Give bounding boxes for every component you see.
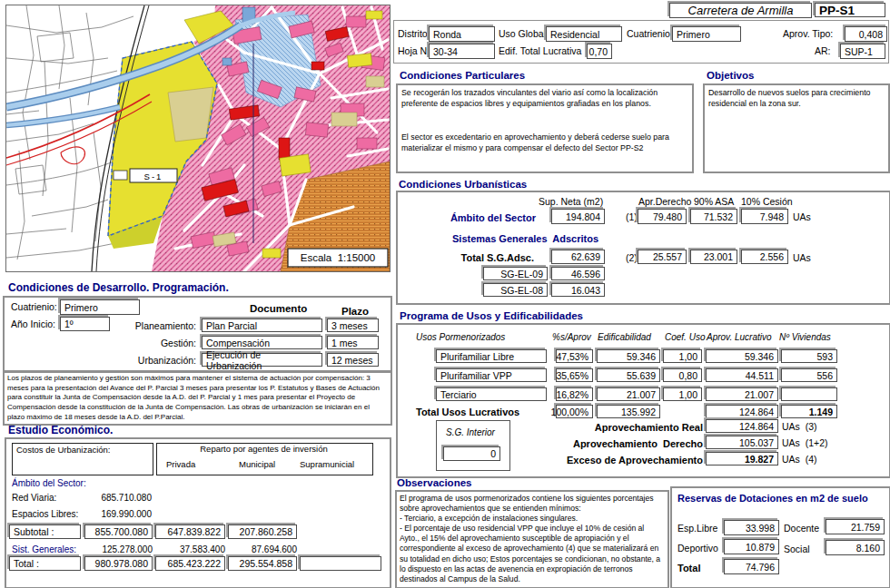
uso-row-viv[interactable]: [781, 387, 837, 401]
social-value: 8.160: [856, 543, 880, 554]
deportivo-value: 10.879: [746, 542, 775, 553]
col-sup-neta: Sup. Neta (m2): [539, 197, 603, 208]
sg-el-09-code-field[interactable]: SG-EL-09: [483, 267, 548, 280]
hoja-field[interactable]: 30-34: [429, 44, 495, 59]
uso-row-viv[interactable]: 593: [781, 349, 837, 363]
uso-row-edif[interactable]: 59.346: [597, 349, 660, 363]
estudio-total-municipal: 295.554.858: [240, 558, 292, 569]
total-aprov-field[interactable]: 124.864: [706, 405, 778, 418]
subtotal-municipal-field[interactable]: 207.860.258: [228, 524, 297, 539]
uso-row-pct[interactable]: 47,53%: [556, 349, 593, 363]
sg-interior-label: S.G. Interior: [446, 427, 495, 437]
uso-row-edif[interactable]: 21.007: [597, 387, 660, 401]
sg-apr-derecho-field[interactable]: 25.557: [638, 250, 687, 264]
estudio-total-supra-field[interactable]: [300, 556, 381, 571]
ambito-asa-field[interactable]: 71.532: [690, 209, 737, 224]
uso-row-edif[interactable]: 55.639: [597, 368, 660, 382]
urbanizacion-doc-field[interactable]: Ejecución de Urbanización: [202, 353, 322, 367]
aprov-real-field[interactable]: 124.864: [706, 419, 778, 433]
sg-asa: 23.001: [704, 251, 733, 262]
sg-cesion-field[interactable]: 2.556: [741, 250, 788, 264]
total-sg-sup-neta: 62.639: [571, 251, 600, 262]
planeamiento-plazo-field[interactable]: 3 meses: [327, 318, 379, 332]
cuatrienio-value: Primero: [677, 29, 710, 40]
reservas-total-field[interactable]: 74.796: [724, 559, 779, 574]
edif-total-field[interactable]: 0,70: [587, 44, 612, 59]
sg-el-08-code-field[interactable]: SG-EL-08: [483, 283, 548, 297]
desarrollo-cuatrienio-field[interactable]: Primero: [60, 299, 140, 315]
estudio-total-privada-field[interactable]: 685.423.222: [155, 556, 225, 571]
estudio-total-municipal-field[interactable]: 295.554.858: [228, 556, 297, 571]
uso-row-coef[interactable]: 1,00: [663, 349, 702, 363]
sg-interior-field[interactable]: 0: [443, 446, 500, 461]
uso-pct: 35,65%: [556, 370, 588, 381]
subtotal-municipal: 207.860.258: [240, 526, 292, 537]
ambito-sup-neta-field[interactable]: 194.804: [551, 209, 605, 224]
aprov-tipo-label: Aprov. Tipo:: [783, 29, 833, 40]
uso-viv: 556: [816, 370, 833, 381]
ambito-cesion-field[interactable]: 7.948: [741, 209, 788, 224]
urbanizacion-plazo-field[interactable]: 12 meses: [327, 353, 379, 367]
subtotal-total-field[interactable]: 855.700.080: [84, 524, 153, 539]
deportivo-field[interactable]: 10.879: [724, 539, 779, 554]
uso-row-aprov[interactable]: 21.007: [706, 387, 778, 401]
planeamiento-plazo: 3 meses: [331, 320, 368, 331]
aprov-tipo-field[interactable]: 0,408: [845, 26, 887, 42]
total-pct-field[interactable]: 100,00%: [556, 405, 593, 418]
uso-row-coef[interactable]: 0,80: [663, 368, 702, 382]
uso-coef: 1,00: [679, 351, 697, 362]
distrito-field[interactable]: Ronda: [429, 26, 495, 42]
social-label: Social: [784, 544, 810, 555]
social-field[interactable]: 8.160: [826, 540, 885, 555]
gestion-doc-field[interactable]: Compensación: [202, 336, 322, 349]
particulares-p2: El sector es excedentario en aprovechami…: [401, 132, 683, 153]
uso-edif: 55.639: [627, 370, 656, 381]
uso-aprov: 59.346: [745, 351, 774, 362]
sg-interior-value: 0: [490, 448, 496, 459]
exceso-unit: UAs (4): [782, 455, 817, 466]
uso-row-pct[interactable]: 16,82%: [556, 387, 593, 401]
ambito-apr-derecho-field[interactable]: 79.480: [638, 209, 687, 224]
ambito-sector-label: Ámbito del Sector: [418, 212, 536, 223]
sist-generales-municipal: 87.694.600: [228, 544, 297, 554]
uso-row-name[interactable]: Plurifamiliar VPP: [436, 368, 547, 382]
esp-libre-field[interactable]: 33.998: [724, 520, 779, 535]
uso-pct: 16,82%: [556, 389, 588, 400]
planeamiento-label: Planeamiento:: [127, 321, 196, 332]
uso-aprov: 44.511: [746, 370, 774, 381]
sg-el-09-value-field[interactable]: 46.596: [551, 267, 605, 280]
planeamiento-doc-field[interactable]: Plan Parcial: [202, 318, 322, 332]
cuatrienio-field[interactable]: Primero: [672, 26, 741, 42]
exceso-field[interactable]: 19.827: [706, 452, 778, 466]
uso-row-aprov[interactable]: 59.346: [706, 349, 778, 363]
total-edif-field[interactable]: 135.992: [597, 405, 660, 418]
edif-total-value: 0,70: [589, 46, 608, 57]
ano-inicio-field[interactable]: 1º: [60, 317, 110, 331]
col-cesion: 10% Cesión: [741, 197, 793, 208]
exceso-label: Exceso de Aprovechamiento: [545, 455, 703, 466]
uso-row-aprov[interactable]: 44.511: [706, 368, 778, 382]
uso-row-viv[interactable]: 556: [781, 368, 837, 382]
sist-generales-label: Sist. Generales:: [12, 544, 76, 554]
sg-asa-field[interactable]: 23.001: [690, 250, 737, 264]
gestion-doc: Compensación: [206, 338, 270, 348]
ambito-sup-neta: 194.804: [566, 211, 600, 222]
docente-field[interactable]: 21.759: [826, 519, 885, 534]
total-viviendas-field[interactable]: 1.149: [781, 405, 837, 418]
ar-field[interactable]: SUP-1: [840, 44, 885, 59]
sg-el-08-value-field[interactable]: 16.043: [551, 283, 605, 297]
sheet-code: PP-S1: [819, 4, 855, 17]
total-pct: 100,00%: [551, 407, 588, 417]
aprov-derecho-unit: UAs (1+2): [782, 438, 827, 449]
uso-row-coef[interactable]: 1,00: [663, 387, 702, 401]
aprov-derecho-field[interactable]: 105.037: [706, 436, 778, 449]
estudio-total-field[interactable]: 980.978.080: [84, 556, 153, 571]
total-sg-sup-neta-field[interactable]: 62.639: [551, 250, 605, 264]
gestion-plazo-field[interactable]: 1 mes: [327, 336, 379, 349]
uso-row-pct[interactable]: 35,65%: [556, 368, 593, 382]
uso-row-name[interactable]: Terciario: [436, 387, 547, 401]
reservas-total-value: 74.796: [746, 562, 775, 573]
uso-row-name[interactable]: Plurifamiliar Libre: [436, 349, 547, 363]
subtotal-privada-field[interactable]: 647.839.822: [155, 524, 225, 539]
uso-global-field[interactable]: Residencial: [546, 26, 622, 42]
